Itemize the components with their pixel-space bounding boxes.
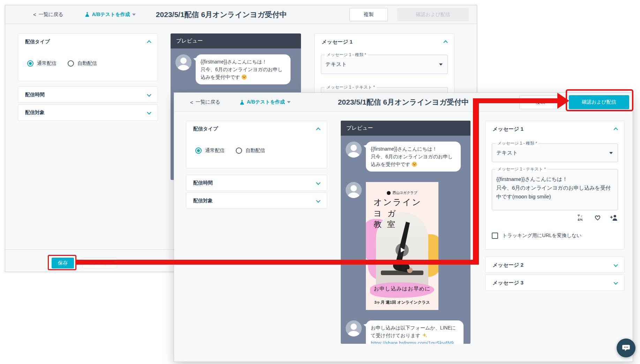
delivery-type-card: 配信タイプ 通常配信 自動配信 [186,121,327,168]
delivery-type-card: 配信タイプ 通常配信 自動配信 [18,33,158,81]
avatar [346,142,362,158]
annotation-line-bottom [76,260,479,265]
message1-header[interactable]: メッセージ 1 [315,34,454,50]
preview-panel: プレビュー {{firstname}}さんこんにちは！ 只今、6月のオンラインヨ… [341,121,470,344]
delivery-target-title: 配信対象 [193,198,213,204]
chat-message-bubble: お申し込みは以下フォームか、LINEに て受け付けております https://s… [366,320,464,344]
delivery-type-header[interactable]: 配信タイプ [186,121,327,137]
back-arrow-icon: < [33,12,36,17]
tracking-checkbox-row[interactable]: トラッキング用にURLを変換しない [492,233,582,239]
radio-auto-label: 自動配信 [77,60,97,67]
delivery-type-title: 配信タイプ [193,126,218,132]
brand-logo-icon [387,191,391,195]
yoga-poster-image: 西山ヨガクラブ オンライン ヨガ 教室 お申し込みはお早めに 3ヶ月 週1回 オ… [366,182,438,310]
chevron-down-icon [316,180,321,185]
message-text-label: メッセージ 1 - テキスト * [496,166,548,172]
message-text-field[interactable]: メッセージ 1 - テキスト * {{firstname}}さんこんにちは！ 只… [492,169,618,210]
delivery-target-header[interactable]: 配信対象 [186,193,327,209]
poster-title-line1: オンライン [374,197,422,208]
radio-auto-delivery[interactable] [236,147,242,154]
delivery-type-options: 通常配信 自動配信 [27,60,108,67]
chevron-down-icon [147,110,151,114]
avatar [346,320,362,336]
message1-title: メッセージ 1 [322,39,353,45]
preview-title: プレビュー [176,38,203,44]
preview-header: プレビュー [341,121,470,136]
chevron-down-icon [613,280,618,285]
svg-text:〒♪: 〒♪ [578,214,582,218]
emoji-heart-icon[interactable] [594,214,601,221]
chevron-down-icon [316,198,321,203]
select-caret-icon [439,63,443,66]
text-toolbar: 〒♪&% [577,214,618,221]
chat-widget-button[interactable] [617,339,635,357]
delivery-time-title: 配信時間 [193,180,213,186]
chevron-up-icon [147,40,151,45]
delivery-target-header[interactable]: 配信対象 [18,105,158,121]
delivery-time-card: 配信時間 [186,175,327,191]
personalization-token-icon[interactable]: 〒♪&% [577,214,586,221]
radio-normal-label: 通常配信 [205,147,225,154]
message-type-select[interactable]: メッセージ 1 - 種類 * テキスト [492,143,618,162]
annotation-line-top [473,98,559,103]
radio-normal-label: 通常配信 [37,60,57,67]
svg-text:&%: &% [578,218,583,221]
message1-card: メッセージ 1 メッセージ 1 - 種類 * テキスト メッセージ 1 - テキ… [485,121,625,250]
chat-row: お申し込みは以下フォームか、LINEに て受け付けております https://s… [341,320,470,344]
avatar [346,182,362,198]
message2-title: メッセージ 2 [492,262,524,268]
message3-header[interactable]: メッセージ 3 [485,275,624,291]
tracking-checkbox-label: トラッキング用にURLを変換しない [502,233,582,239]
radio-normal-delivery[interactable] [27,60,33,67]
brand-name: 西山ヨガクラブ [392,190,417,195]
delivery-time-header[interactable]: 配信時間 [18,87,158,103]
annotation-save-box [48,255,76,270]
bubble-text: {{firstname}}さんこんにちは！ [371,145,456,153]
chevron-up-icon [443,40,448,45]
create-ab-test-link[interactable]: A/Bテストを作成 [240,99,290,105]
duplicate-button[interactable]: 複製 [349,8,388,21]
message2-card: メッセージ 2 [485,257,625,273]
play-button-icon [396,243,409,257]
tracking-checkbox[interactable] [492,233,498,239]
smile-emoji-icon [412,161,417,167]
flask-icon [85,12,90,17]
delivery-target-card: 配信対象 [186,192,327,209]
chevron-up-icon [316,127,321,132]
delivery-target-title: 配信対象 [25,109,45,116]
page-title: 2023/5/1配信 6月オンラインヨガ受付中 [156,10,287,20]
chat-row: 西山ヨガクラブ オンライン ヨガ 教室 お申し込みはお早めに 3ヶ月 週1回 オ… [341,182,470,310]
message2-header[interactable]: メッセージ 2 [485,257,624,273]
chat-message-bubble: {{firstname}}さんこんにちは！ 只今、6月のオンラインヨガのお申し … [196,54,291,84]
annotation-line-vertical [473,100,479,265]
form-link[interactable]: https://share.hsforms.com/1quSkv4N9 [371,339,459,344]
chevron-down-icon [287,101,291,103]
poster-cta: お申し込みはお早めに [366,286,438,292]
header-actions: 複製 確認および配信 [349,8,469,21]
message-type-select[interactable]: メッセージ 1 - 種類 * テキスト [321,55,448,74]
avatar [175,54,191,70]
back-to-list-link[interactable]: < 一覧に戻る [190,99,220,105]
page: < 一覧に戻る A/Bテストを作成 2023/5/1配信 6月オンラインヨガ受付… [0,0,640,364]
back-to-list-link[interactable]: < 一覧に戻る [33,12,63,18]
delivery-type-options: 通常配信 自動配信 [195,147,276,154]
add-contact-icon[interactable] [610,214,618,221]
message1-header[interactable]: メッセージ 1 [485,121,624,137]
delivery-time-header[interactable]: 配信時間 [186,175,327,191]
create-ab-test-link[interactable]: A/Bテストを作成 [85,12,135,18]
create-ab-test-label: A/Bテストを作成 [247,99,285,105]
bubble-text: て受け付けております [371,332,459,339]
radio-normal-delivery[interactable] [195,147,202,154]
delivery-type-header[interactable]: 配信タイプ [18,34,158,50]
bubble-text: 只今、6月のオンラインヨガのお申し [371,153,456,160]
chevron-down-icon [132,14,136,16]
message3-title: メッセージ 3 [492,280,524,286]
message-text-value: {{firstname}}さんこんにちは！ 只今、6月のオンラインヨガのお申し込… [492,169,618,206]
preview-header: プレビュー [171,33,301,48]
back-to-list-label: 一覧に戻る [39,12,63,18]
back-to-list-label: 一覧に戻る [196,99,220,105]
bubble-text: {{firstname}}さんこんにちは！ [201,58,286,66]
confirm-send-button[interactable]: 確認および配信 [397,8,469,21]
bubble-text: 只今、6月のオンラインヨガのお申し [201,66,286,73]
radio-auto-delivery[interactable] [68,60,74,67]
